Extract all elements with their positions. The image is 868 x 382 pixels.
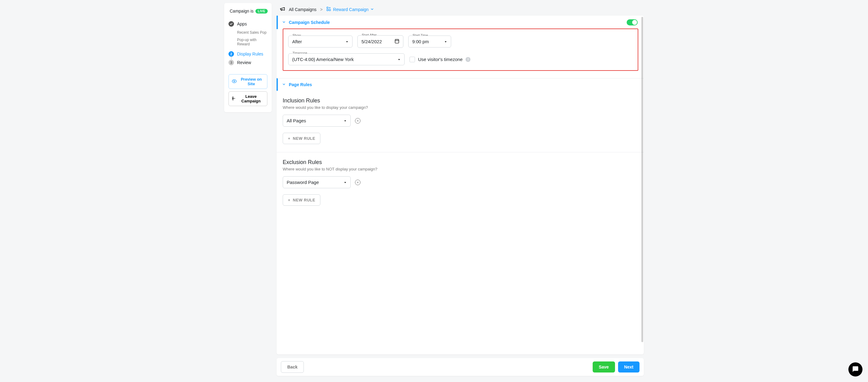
- breadcrumb-separator: >: [320, 7, 322, 12]
- step-display-rules[interactable]: 2 Display Rules: [228, 50, 268, 58]
- show-value: After: [292, 39, 302, 44]
- status-text: Campaign is: [230, 8, 254, 13]
- next-button[interactable]: Next: [618, 361, 640, 373]
- visitor-tz-checkbox[interactable]: [409, 57, 415, 62]
- steps-list: Apps: [228, 20, 268, 28]
- svg-marker-13: [398, 59, 400, 60]
- chevron-down-icon[interactable]: [370, 7, 374, 12]
- exit-icon: [232, 96, 236, 101]
- scrollbar[interactable]: [641, 17, 643, 342]
- section-title-text: Page Rules: [289, 82, 312, 87]
- exclusion-rules-sub: Where would you like to NOT display your…: [283, 167, 638, 171]
- start-after-value: 5/24/2022: [362, 39, 382, 44]
- button-label: Leave Campaign: [238, 94, 264, 103]
- svg-marker-14: [344, 120, 346, 121]
- section-title-text: Campaign Schedule: [289, 20, 330, 25]
- new-rule-label: NEW RULE: [293, 136, 315, 141]
- schedule-toggle[interactable]: [627, 19, 638, 25]
- step-label: Display Rules: [237, 52, 264, 56]
- breadcrumb: All Campaigns > Reward Campaign: [277, 3, 644, 16]
- apps-icon: [326, 6, 331, 12]
- calendar-icon: [395, 39, 399, 45]
- caret-down-icon: [398, 57, 401, 62]
- start-after-input[interactable]: 5/24/2022: [358, 35, 403, 48]
- chevron-down-icon: [282, 82, 286, 87]
- breadcrumb-current-label: Reward Campaign: [333, 7, 368, 12]
- plus-icon: +: [288, 136, 290, 141]
- step-number: 3: [228, 60, 234, 65]
- inclusion-value: All Pages: [287, 118, 306, 123]
- step-review[interactable]: 3 Review: [228, 58, 268, 67]
- step-apps[interactable]: Apps: [228, 20, 268, 28]
- footer-bar: Back Save Next: [277, 358, 644, 376]
- start-time-value: 9:00 pm: [412, 39, 429, 44]
- leave-campaign-button[interactable]: Leave Campaign: [228, 91, 268, 106]
- chat-icon: [852, 366, 859, 374]
- caret-down-icon: [344, 180, 347, 185]
- chat-fab[interactable]: [848, 362, 863, 377]
- inclusion-rules-title: Inclusion Rules: [283, 97, 638, 104]
- main-content: All Campaigns > Reward Campaign: [272, 0, 644, 376]
- exclusion-value: Password Page: [287, 180, 319, 185]
- preview-on-site-button[interactable]: Preview on Site: [228, 74, 268, 89]
- inclusion-select[interactable]: All Pages: [283, 115, 351, 127]
- timezone-select[interactable]: (UTC-4:00) America/New York: [288, 53, 405, 65]
- show-select[interactable]: After: [288, 35, 352, 48]
- svg-point-0: [234, 81, 235, 82]
- check-icon: [228, 21, 234, 27]
- caret-down-icon: [344, 118, 347, 123]
- step-label: Apps: [237, 22, 247, 26]
- remove-rule-button[interactable]: [355, 180, 361, 185]
- megaphone-icon: [280, 6, 285, 12]
- info-icon[interactable]: i: [466, 57, 470, 62]
- breadcrumb-root[interactable]: All Campaigns: [289, 7, 316, 12]
- campaign-status: Campaign is LIVE: [228, 8, 268, 13]
- caret-down-icon: [345, 39, 348, 44]
- svg-rect-8: [395, 39, 399, 43]
- exclusion-select[interactable]: Password Page: [283, 176, 351, 188]
- live-badge: LIVE: [255, 9, 268, 13]
- back-button[interactable]: Back: [281, 361, 304, 373]
- caret-down-icon: [444, 39, 447, 44]
- new-exclusion-rule-button[interactable]: + NEW RULE: [283, 195, 320, 206]
- remove-rule-button[interactable]: [355, 118, 361, 123]
- step-number: 2: [228, 51, 234, 57]
- timezone-value: (UTC-4:00) America/New York: [292, 57, 354, 62]
- visitor-tz-label: Use visitor's timezone: [418, 57, 463, 62]
- sub-steps: Recent Sales Pop Pop-up with Reward: [228, 29, 268, 48]
- start-time-select[interactable]: 9:00 pm: [408, 35, 451, 48]
- step-label: Review: [237, 60, 251, 65]
- eye-icon: [232, 79, 237, 85]
- section-header-schedule[interactable]: Campaign Schedule: [277, 16, 644, 29]
- svg-rect-2: [327, 7, 328, 8]
- new-rule-label: NEW RULE: [293, 198, 315, 202]
- highlighted-area: Show After Start After 5/24/20: [283, 29, 638, 71]
- button-label: Preview on Site: [239, 77, 264, 86]
- breadcrumb-current[interactable]: Reward Campaign: [326, 6, 374, 12]
- sub-step-popup-reward[interactable]: Pop-up with Reward: [237, 36, 268, 48]
- new-inclusion-rule-button[interactable]: + NEW RULE: [283, 133, 320, 144]
- svg-rect-3: [329, 9, 331, 11]
- chevron-down-icon: [282, 20, 286, 25]
- svg-rect-4: [327, 9, 328, 11]
- exclusion-rules-title: Exclusion Rules: [283, 159, 638, 166]
- svg-marker-17: [344, 182, 346, 183]
- plus-icon: +: [288, 198, 290, 202]
- section-header-page-rules[interactable]: Page Rules: [277, 78, 644, 91]
- save-button[interactable]: Save: [593, 361, 615, 373]
- sub-step-recent-sales[interactable]: Recent Sales Pop: [237, 29, 268, 36]
- svg-marker-7: [346, 41, 348, 42]
- inclusion-rules-sub: Where would you like to display your cam…: [283, 105, 638, 110]
- svg-marker-12: [445, 41, 446, 42]
- sidebar: Campaign is LIVE Apps Recent Sales Pop P…: [224, 0, 272, 376]
